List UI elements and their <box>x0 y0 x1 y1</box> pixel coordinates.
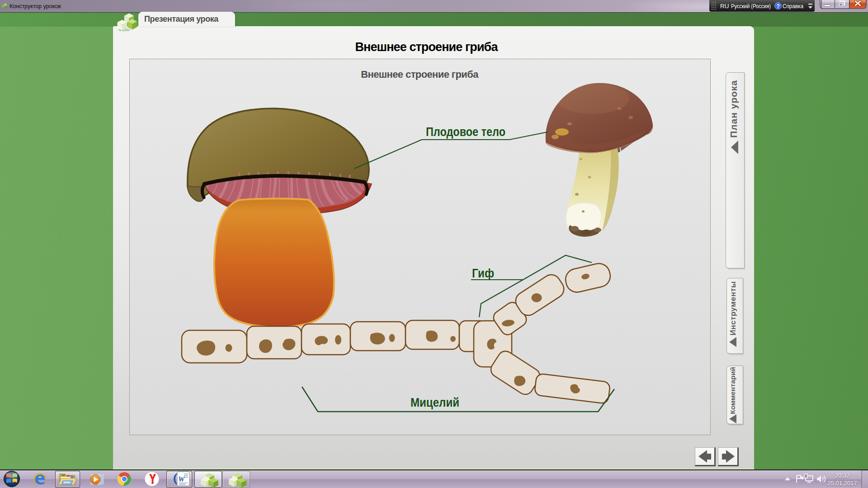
svg-text:Мицелий: Мицелий <box>410 395 459 409</box>
svg-text:?: ? <box>777 3 780 9</box>
svg-text:Гиф: Гиф <box>472 266 494 280</box>
svg-text:Справка: Справка <box>783 3 803 9</box>
svg-text:W: W <box>178 475 185 483</box>
svg-text:Плодовое тело: Плодовое тело <box>426 125 505 139</box>
svg-text:Русский (Россия): Русский (Россия) <box>731 3 771 9</box>
svg-text:RU: RU <box>720 3 729 9</box>
